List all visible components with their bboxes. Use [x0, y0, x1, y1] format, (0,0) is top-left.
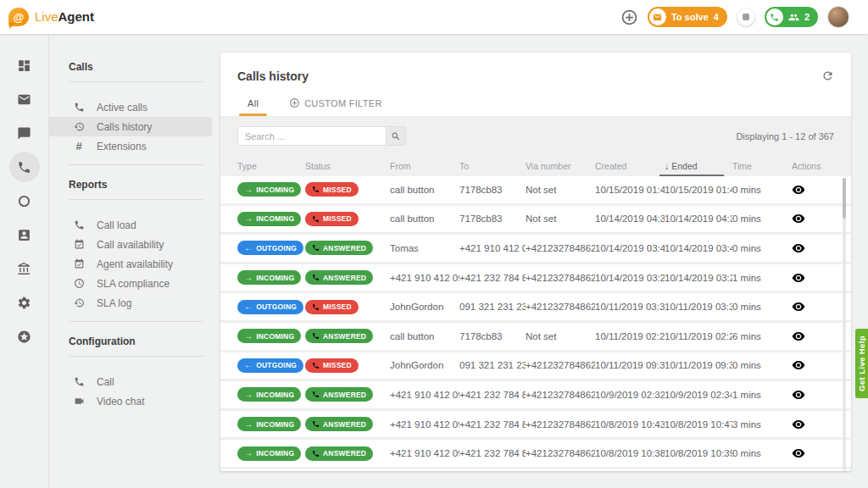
col-time[interactable]: Time	[732, 161, 782, 171]
rail-company[interactable]	[9, 253, 40, 284]
sidebar-item-sla-log[interactable]: SLA log	[49, 293, 212, 313]
sidebar-item-sla-compliance[interactable]: SLA compliance	[49, 274, 212, 293]
col-created[interactable]: Created	[595, 161, 665, 171]
view-call-button[interactable]	[792, 212, 805, 225]
calls-online-count: 2	[804, 12, 810, 22]
cell-created: 10/8/2019 10:38:...	[595, 448, 665, 458]
type-badge: →INCOMING	[237, 212, 301, 226]
group-icon	[788, 12, 799, 23]
sidebar-item-video-chat[interactable]: Video chat	[49, 391, 212, 411]
table-row[interactable]: ←OUTGOING MISSED JohnGordon 091 321 231 …	[220, 293, 851, 320]
sidebar-item-extensions[interactable]: # Extensions	[49, 136, 212, 156]
col-status[interactable]: Status	[305, 161, 390, 171]
status-button[interactable]	[737, 8, 755, 26]
table-row[interactable]: →INCOMING MISSED call button 7178cb83 No…	[220, 176, 851, 203]
topbar: @ LiveAgent To solve 4 2	[0, 0, 868, 34]
phone-icon	[312, 244, 320, 252]
view-call-button[interactable]	[792, 330, 805, 343]
scrollbar-thumb[interactable]	[843, 178, 846, 219]
type-badge: ←OUTGOING	[237, 241, 303, 255]
cell-ended: 10/8/2019 10:39:...	[665, 448, 732, 458]
liveagent-logo[interactable]: @ LiveAgent	[8, 8, 94, 26]
table-row[interactable]: →INCOMING ANSWERED +421 910 412 090 +421…	[220, 411, 851, 438]
type-badge: →INCOMING	[237, 387, 301, 402]
rail-calls[interactable]	[9, 152, 40, 182]
sidebar-item-calls-history[interactable]: Calls history	[49, 117, 212, 136]
displaying-count: Displaying 1 - 12 of 367	[736, 131, 834, 141]
plus-circle-icon	[289, 97, 300, 108]
status-badge: MISSED	[305, 358, 359, 373]
table-row[interactable]: →INCOMING MISSED call button 7178cb83 No…	[220, 206, 851, 233]
cell-time: 0 mins	[732, 185, 782, 195]
rail-extras[interactable]	[9, 321, 40, 352]
cell-from: +421 910 412 090	[390, 273, 459, 283]
col-via[interactable]: Via number	[526, 161, 595, 171]
table-row[interactable]: →INCOMING ANSWERED +421 910 412 090 +421…	[220, 381, 851, 408]
section-heading-reports: Reports	[49, 172, 212, 199]
cell-time: 3 mins	[732, 419, 782, 430]
cell-via: +421232784862	[526, 243, 595, 253]
calls-online-button[interactable]: 2	[765, 7, 818, 27]
phone-icon	[312, 450, 320, 458]
view-call-button[interactable]	[792, 446, 805, 460]
cell-via: Not set	[526, 185, 595, 195]
sidebar-item-active-calls[interactable]: Active calls	[49, 97, 212, 117]
cell-from: Tomas	[390, 243, 459, 253]
table-row[interactable]: →INCOMING ANSWERED call button 7178cb83 …	[220, 323, 851, 350]
phone-icon	[312, 420, 320, 428]
view-call-button[interactable]	[792, 300, 805, 313]
cell-via: +421232784862	[526, 302, 595, 312]
table-row[interactable]: ←OUTGOING ANSWERED Tomas +421 910 412 09…	[220, 235, 851, 262]
to-solve-count: 4	[714, 12, 719, 22]
col-from[interactable]: From	[390, 161, 459, 171]
cell-time: 1 mins	[732, 390, 782, 400]
rail-tickets[interactable]	[9, 84, 40, 114]
search-button[interactable]	[387, 126, 406, 146]
table-row[interactable]: →INCOMING ANSWERED +421 910 412 090 +421…	[220, 264, 851, 291]
cell-to: 7178cb83	[459, 331, 526, 341]
rail-settings[interactable]	[9, 287, 40, 318]
col-ended[interactable]: ↓ Ended	[665, 155, 732, 176]
get-live-help-button[interactable]: Get Live Help	[855, 329, 868, 398]
rail-loop[interactable]	[9, 186, 40, 216]
view-call-button[interactable]	[792, 388, 805, 402]
col-to[interactable]: To	[459, 161, 526, 171]
view-call-button[interactable]	[792, 418, 805, 431]
view-call-button[interactable]	[792, 271, 805, 285]
tab-bar: All CUSTOM FILTER	[220, 90, 851, 117]
sidebar-item-agent-availability[interactable]: Agent availability	[49, 254, 212, 274]
tab-all[interactable]: All	[232, 90, 274, 116]
view-call-button[interactable]	[792, 358, 805, 372]
col-type[interactable]: Type	[237, 161, 305, 171]
rail-contacts[interactable]	[9, 219, 40, 250]
cell-ended: 10/11/2019 09:3..	[665, 360, 732, 370]
cell-to: 7178cb83	[459, 214, 526, 224]
cell-via: +421232784862	[526, 390, 595, 400]
table-row[interactable]: →INCOMING ANSWERED +421 910 412 090 +421…	[220, 440, 851, 467]
table-row[interactable]: ←OUTGOING MISSED JohnGordon 091 321 231 …	[220, 352, 851, 380]
sidebar-item-call-config[interactable]: Call	[49, 372, 212, 391]
arrow-right-icon: →	[244, 332, 253, 341]
phone-icon	[312, 303, 320, 311]
sidebar-item-call-load[interactable]: Call load	[49, 215, 212, 235]
avatar[interactable]	[827, 6, 849, 28]
rail-chats[interactable]	[9, 118, 40, 148]
tab-custom-filter[interactable]: CUSTOM FILTER	[274, 90, 398, 116]
cell-to: +421 910 412 090	[459, 243, 526, 253]
view-call-button[interactable]	[792, 183, 805, 197]
refresh-button[interactable]	[821, 69, 834, 82]
gear-icon	[17, 296, 31, 310]
rail-dashboard[interactable]	[9, 50, 40, 80]
cell-from: JohnGordon	[390, 302, 459, 312]
sidebar-item-call-availability[interactable]: Call availability	[49, 235, 212, 254]
cell-from: +421 910 412 090	[390, 448, 459, 458]
view-call-button[interactable]	[792, 241, 805, 255]
table-scrollbar[interactable]	[843, 178, 846, 471]
cell-time: 0 mins	[732, 214, 782, 224]
cell-from: JohnGordon	[390, 360, 459, 370]
search-input[interactable]	[237, 126, 387, 146]
add-button[interactable]	[620, 8, 638, 26]
phone-icon	[17, 160, 31, 175]
arrow-right-icon: →	[244, 420, 253, 429]
to-solve-button[interactable]: To solve 4	[648, 7, 727, 27]
